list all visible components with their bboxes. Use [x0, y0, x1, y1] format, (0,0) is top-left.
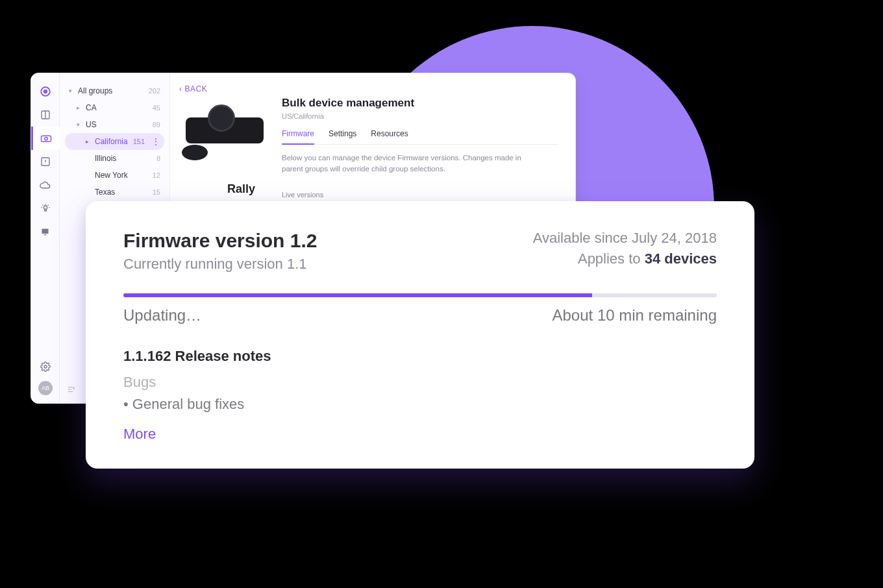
firmware-applies-to: Applies to 34 devices [533, 251, 717, 267]
caret-right-icon: ▸ [86, 138, 91, 145]
firmware-available-since: Available since July 24, 2018 [533, 230, 717, 247]
tree-item-newyork[interactable]: New York 12 [65, 167, 164, 184]
breadcrumb: US/California [282, 112, 558, 120]
tree-item-ca[interactable]: ▸ CA 45 [65, 99, 164, 116]
tree-count: 15 [153, 188, 160, 196]
tree-all-groups[interactable]: ▾ All groups 202 [65, 82, 164, 99]
svg-point-7 [44, 206, 47, 209]
tree-count: 202 [149, 87, 160, 95]
firmware-current-version: Currently running version 1.1 [123, 256, 317, 273]
tab-firmware[interactable]: Firmware [282, 129, 314, 145]
tree-count: 45 [153, 104, 160, 112]
dashboard-icon[interactable] [31, 103, 60, 127]
firmware-version-title: Firmware version 1.2 [123, 230, 317, 252]
tree-item-california[interactable]: ▸ California 151 ⋮ [65, 133, 164, 150]
caret-right-icon: ▸ [77, 104, 82, 111]
page-title: Bulk device management [282, 97, 558, 110]
progress-bar [123, 293, 717, 297]
chevron-left-icon: ‹ [179, 84, 182, 93]
tree-label: US [86, 120, 149, 129]
tree-count: 8 [156, 154, 160, 162]
svg-point-10 [44, 365, 47, 368]
tree-count: 12 [153, 171, 160, 179]
caret-down-icon: ▾ [69, 88, 74, 94]
update-status: Updating… [123, 306, 201, 325]
tree-item-illinois[interactable]: Illinois 8 [65, 150, 164, 167]
release-notes-item: • General bug fixes [123, 396, 717, 413]
svg-point-1 [44, 90, 47, 93]
tab-settings[interactable]: Settings [329, 129, 356, 144]
live-versions-label: Live versions [282, 191, 558, 199]
firmware-card: Firmware version 1.2 Currently running v… [86, 201, 754, 469]
rooms-icon[interactable] [31, 220, 60, 243]
back-label: BACK [185, 84, 208, 93]
back-button[interactable]: ‹ BACK [179, 84, 207, 93]
tabs: Firmware Settings Resources [282, 129, 558, 145]
svg-rect-9 [44, 234, 47, 235]
logo-icon[interactable] [31, 80, 60, 103]
tree-item-texas[interactable]: Texas 15 [65, 184, 164, 201]
more-link[interactable]: More [123, 426, 156, 443]
user-avatar[interactable]: AB [38, 381, 53, 395]
cloud-icon[interactable] [31, 173, 60, 197]
tree-item-us[interactable]: ▾ US 89 [65, 116, 164, 133]
svg-point-5 [45, 138, 48, 141]
tree-label: CA [86, 103, 149, 112]
tree-count: 89 [153, 121, 160, 129]
tree-footer-icon[interactable] [66, 385, 77, 394]
tree-label: New York [95, 171, 149, 180]
tree-label: All groups [78, 86, 145, 95]
more-dots-icon[interactable]: ⋮ [149, 136, 160, 147]
release-notes-bugs-heading: Bugs [123, 374, 717, 391]
device-name: Rally [227, 182, 255, 196]
svg-rect-4 [42, 136, 51, 141]
device-image [179, 101, 270, 160]
progress-fill [123, 293, 592, 297]
devices-icon[interactable] [31, 127, 60, 150]
time-remaining: About 10 min remaining [553, 306, 717, 325]
tree-label: Texas [95, 188, 149, 197]
tree-label: Illinois [95, 154, 153, 163]
caret-down-icon: ▾ [77, 121, 82, 128]
insights-icon[interactable] [31, 197, 60, 220]
settings-icon[interactable] [31, 359, 60, 374]
tab-description: Below you can manage the device Firmware… [282, 153, 541, 175]
updates-icon[interactable] [31, 150, 60, 173]
tab-resources[interactable]: Resources [371, 129, 408, 144]
release-notes-title: 1.1.162 Release notes [123, 348, 717, 365]
tree-label: California [95, 137, 129, 146]
svg-rect-8 [42, 228, 49, 234]
tree-count: 151 [133, 138, 145, 145]
icon-rail: AB [31, 73, 60, 403]
